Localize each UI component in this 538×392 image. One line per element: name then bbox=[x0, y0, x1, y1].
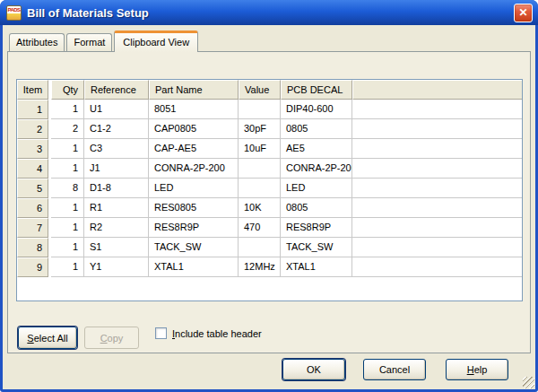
cell-value[interactable]: 12MHz bbox=[239, 257, 281, 277]
table-row: 71R2RES8R9P470RES8R9P bbox=[17, 218, 522, 238]
ok-button[interactable]: OK bbox=[282, 359, 345, 380]
tab-attributes[interactable]: Attributes bbox=[9, 33, 65, 51]
cell-blank[interactable] bbox=[352, 159, 522, 179]
cell-part_name[interactable]: 8051 bbox=[149, 100, 239, 119]
cell-blank[interactable] bbox=[352, 218, 522, 238]
cell-reference[interactable]: C1-2 bbox=[84, 119, 149, 139]
cell-part_name[interactable]: RES0805 bbox=[149, 198, 239, 218]
row-data: 1Y1XTAL112MHzXTAL1 bbox=[51, 257, 522, 277]
select-all-label: Select All bbox=[27, 333, 67, 344]
cell-qty[interactable]: 2 bbox=[51, 119, 84, 139]
row-header-cell[interactable]: 3 bbox=[17, 139, 48, 159]
cell-blank[interactable] bbox=[352, 257, 522, 277]
row-header-cell[interactable]: 1 bbox=[17, 100, 48, 119]
row-header-cell[interactable]: 6 bbox=[17, 198, 48, 218]
include-header-row: Include table header bbox=[155, 327, 262, 339]
cell-qty[interactable]: 1 bbox=[51, 198, 84, 218]
cell-part_name[interactable]: TACK_SW bbox=[149, 238, 239, 257]
cell-pcb_decal[interactable]: DIP40-600 bbox=[281, 100, 352, 119]
cell-blank[interactable] bbox=[352, 139, 522, 159]
row-header-cell[interactable]: 8 bbox=[17, 238, 48, 257]
cell-reference[interactable]: S1 bbox=[84, 238, 149, 257]
select-all-button[interactable]: Select All bbox=[18, 327, 77, 349]
clipboard-view-panel: ItemQtyReferencePart NameValuePCB DECAL … bbox=[7, 51, 531, 353]
cell-reference[interactable]: J1 bbox=[84, 159, 149, 179]
cell-blank[interactable] bbox=[352, 238, 522, 257]
row-data: 1S1TACK_SWTACK_SW bbox=[51, 238, 522, 257]
cell-reference[interactable]: D1-8 bbox=[84, 179, 149, 198]
cell-pcb_decal[interactable]: TACK_SW bbox=[281, 238, 352, 257]
cell-qty[interactable]: 1 bbox=[51, 238, 84, 257]
cell-pcb_decal[interactable]: XTAL1 bbox=[281, 257, 352, 277]
help-button[interactable]: Help bbox=[446, 359, 508, 380]
row-data: 1R2RES8R9P470RES8R9P bbox=[51, 218, 522, 238]
cell-pcb_decal[interactable]: AE5 bbox=[281, 139, 352, 159]
cell-pcb_decal[interactable]: 0805 bbox=[281, 119, 352, 139]
column-header-part-name: Part Name bbox=[149, 80, 239, 100]
cell-qty[interactable]: 1 bbox=[51, 100, 84, 119]
column-header-pcb-decal: PCB DECAL bbox=[281, 80, 352, 100]
cell-blank[interactable] bbox=[352, 179, 522, 198]
cell-part_name[interactable]: CONRA-2P-200 bbox=[149, 159, 239, 179]
row-header-cell[interactable]: 7 bbox=[17, 218, 48, 238]
row-header-cell[interactable]: 2 bbox=[17, 119, 48, 139]
cell-qty[interactable]: 8 bbox=[51, 179, 84, 198]
row-data: 1R1RES080510K0805 bbox=[51, 198, 522, 218]
cell-value[interactable] bbox=[239, 179, 281, 198]
cell-reference[interactable]: C3 bbox=[84, 139, 149, 159]
cell-value[interactable]: 30pF bbox=[239, 119, 281, 139]
cell-blank[interactable] bbox=[352, 119, 522, 139]
cell-pcb_decal[interactable]: LED bbox=[281, 179, 352, 198]
column-header-value: Value bbox=[239, 80, 281, 100]
cell-qty[interactable]: 1 bbox=[51, 159, 84, 179]
row-header-cell[interactable]: 5 bbox=[17, 179, 48, 198]
cell-part_name[interactable]: CAP-AE5 bbox=[149, 139, 239, 159]
tab-strip: Attributes Format Clipboard View bbox=[9, 30, 200, 51]
row-header-cell[interactable]: 4 bbox=[17, 159, 48, 179]
include-table-header-checkbox[interactable] bbox=[155, 327, 167, 339]
cell-qty[interactable]: 1 bbox=[51, 139, 84, 159]
cell-qty[interactable]: 1 bbox=[51, 218, 84, 238]
cell-pcb_decal[interactable]: CONRA-2P-200 bbox=[281, 159, 352, 179]
cell-blank[interactable] bbox=[352, 100, 522, 119]
cell-reference[interactable]: U1 bbox=[84, 100, 149, 119]
cell-reference[interactable]: R1 bbox=[84, 198, 149, 218]
cell-pcb_decal[interactable]: RES8R9P bbox=[281, 218, 352, 238]
cell-reference[interactable]: Y1 bbox=[84, 257, 149, 277]
pads-app-icon[interactable]: PADS bbox=[6, 5, 22, 21]
window-title: Bill of Materials Setup bbox=[27, 6, 508, 20]
cell-part_name[interactable]: LED bbox=[149, 179, 239, 198]
resize-grip[interactable] bbox=[523, 377, 534, 388]
cell-value[interactable]: 470 bbox=[239, 218, 281, 238]
ok-label: OK bbox=[307, 364, 321, 375]
cancel-button[interactable]: Cancel bbox=[363, 359, 426, 380]
row-data: 1C3CAP-AE510uFAE5 bbox=[51, 139, 522, 159]
cancel-label: Cancel bbox=[379, 364, 410, 375]
row-header-cell[interactable]: 9 bbox=[17, 257, 48, 277]
cell-blank[interactable] bbox=[352, 198, 522, 218]
table-row: 61R1RES080510K0805 bbox=[17, 198, 522, 218]
table-row: 58D1-8LEDLED bbox=[17, 179, 522, 198]
cell-qty[interactable]: 1 bbox=[51, 257, 84, 277]
cell-part_name[interactable]: XTAL1 bbox=[149, 257, 239, 277]
include-table-header-label[interactable]: Include table header bbox=[172, 328, 262, 339]
cell-reference[interactable]: R2 bbox=[84, 218, 149, 238]
column-header-qty: Qty bbox=[51, 80, 84, 100]
column-header-blank bbox=[352, 80, 522, 100]
close-icon[interactable]: ✕ bbox=[514, 4, 533, 22]
tab-format[interactable]: Format bbox=[66, 33, 112, 51]
cell-value[interactable] bbox=[239, 100, 281, 119]
cell-value[interactable]: 10uF bbox=[239, 139, 281, 159]
cell-value[interactable] bbox=[239, 159, 281, 179]
table-header-row: ItemQtyReferencePart NameValuePCB DECAL bbox=[17, 80, 522, 100]
cell-value[interactable]: 10K bbox=[239, 198, 281, 218]
tab-clipboard-view[interactable]: Clipboard View bbox=[114, 30, 198, 52]
table-row: 81S1TACK_SWTACK_SW bbox=[17, 238, 522, 257]
copy-button[interactable]: Copy bbox=[84, 327, 139, 349]
cell-part_name[interactable]: CAP0805 bbox=[149, 119, 239, 139]
cell-part_name[interactable]: RES8R9P bbox=[149, 218, 239, 238]
cell-pcb_decal[interactable]: 0805 bbox=[281, 198, 352, 218]
titlebar[interactable]: PADS Bill of Materials Setup ✕ bbox=[0, 0, 538, 25]
cell-value[interactable] bbox=[239, 238, 281, 257]
column-header-reference: Reference bbox=[84, 80, 149, 100]
